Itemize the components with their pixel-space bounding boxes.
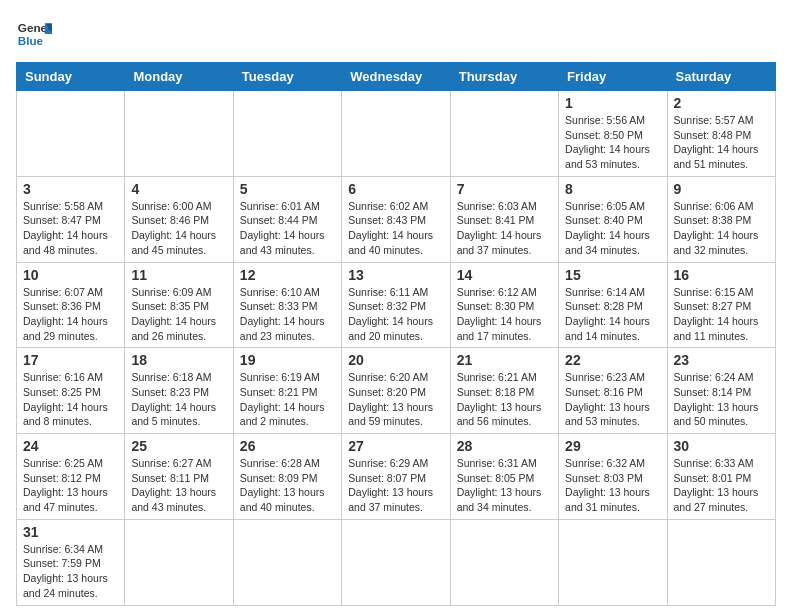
day-info: Sunrise: 6:33 AM Sunset: 8:01 PM Dayligh… [674,456,769,515]
day-cell: 9Sunrise: 6:06 AM Sunset: 8:38 PM Daylig… [667,176,775,262]
day-number: 14 [457,267,552,283]
day-cell [17,91,125,177]
day-number: 13 [348,267,443,283]
day-cell [233,519,341,605]
day-info: Sunrise: 6:12 AM Sunset: 8:30 PM Dayligh… [457,285,552,344]
day-number: 16 [674,267,769,283]
svg-text:Blue: Blue [18,34,44,47]
day-cell [667,519,775,605]
day-info: Sunrise: 6:21 AM Sunset: 8:18 PM Dayligh… [457,370,552,429]
weekday-header-tuesday: Tuesday [233,63,341,91]
day-cell: 18Sunrise: 6:18 AM Sunset: 8:23 PM Dayli… [125,348,233,434]
day-cell [559,519,667,605]
day-cell: 31Sunrise: 6:34 AM Sunset: 7:59 PM Dayli… [17,519,125,605]
day-info: Sunrise: 6:16 AM Sunset: 8:25 PM Dayligh… [23,370,118,429]
week-row-3: 10Sunrise: 6:07 AM Sunset: 8:36 PM Dayli… [17,262,776,348]
day-number: 2 [674,95,769,111]
day-cell: 28Sunrise: 6:31 AM Sunset: 8:05 PM Dayli… [450,434,558,520]
day-cell: 29Sunrise: 6:32 AM Sunset: 8:03 PM Dayli… [559,434,667,520]
day-cell: 11Sunrise: 6:09 AM Sunset: 8:35 PM Dayli… [125,262,233,348]
day-cell: 10Sunrise: 6:07 AM Sunset: 8:36 PM Dayli… [17,262,125,348]
weekday-header-wednesday: Wednesday [342,63,450,91]
day-cell: 16Sunrise: 6:15 AM Sunset: 8:27 PM Dayli… [667,262,775,348]
day-info: Sunrise: 6:02 AM Sunset: 8:43 PM Dayligh… [348,199,443,258]
day-cell: 7Sunrise: 6:03 AM Sunset: 8:41 PM Daylig… [450,176,558,262]
day-info: Sunrise: 5:56 AM Sunset: 8:50 PM Dayligh… [565,113,660,172]
day-cell: 24Sunrise: 6:25 AM Sunset: 8:12 PM Dayli… [17,434,125,520]
day-number: 20 [348,352,443,368]
day-info: Sunrise: 6:11 AM Sunset: 8:32 PM Dayligh… [348,285,443,344]
day-info: Sunrise: 6:24 AM Sunset: 8:14 PM Dayligh… [674,370,769,429]
day-number: 1 [565,95,660,111]
day-cell [342,519,450,605]
day-info: Sunrise: 6:09 AM Sunset: 8:35 PM Dayligh… [131,285,226,344]
day-info: Sunrise: 6:20 AM Sunset: 8:20 PM Dayligh… [348,370,443,429]
week-row-5: 24Sunrise: 6:25 AM Sunset: 8:12 PM Dayli… [17,434,776,520]
day-cell: 14Sunrise: 6:12 AM Sunset: 8:30 PM Dayli… [450,262,558,348]
day-cell: 21Sunrise: 6:21 AM Sunset: 8:18 PM Dayli… [450,348,558,434]
day-cell: 12Sunrise: 6:10 AM Sunset: 8:33 PM Dayli… [233,262,341,348]
day-number: 25 [131,438,226,454]
page: General Blue SundayMondayTuesdayWednesda… [0,0,792,612]
day-number: 23 [674,352,769,368]
day-cell: 26Sunrise: 6:28 AM Sunset: 8:09 PM Dayli… [233,434,341,520]
day-cell: 23Sunrise: 6:24 AM Sunset: 8:14 PM Dayli… [667,348,775,434]
week-row-6: 31Sunrise: 6:34 AM Sunset: 7:59 PM Dayli… [17,519,776,605]
day-number: 9 [674,181,769,197]
day-info: Sunrise: 6:01 AM Sunset: 8:44 PM Dayligh… [240,199,335,258]
day-cell: 30Sunrise: 6:33 AM Sunset: 8:01 PM Dayli… [667,434,775,520]
day-number: 12 [240,267,335,283]
day-cell: 3Sunrise: 5:58 AM Sunset: 8:47 PM Daylig… [17,176,125,262]
day-info: Sunrise: 6:18 AM Sunset: 8:23 PM Dayligh… [131,370,226,429]
day-number: 19 [240,352,335,368]
day-info: Sunrise: 6:00 AM Sunset: 8:46 PM Dayligh… [131,199,226,258]
weekday-header-sunday: Sunday [17,63,125,91]
day-number: 6 [348,181,443,197]
day-info: Sunrise: 6:29 AM Sunset: 8:07 PM Dayligh… [348,456,443,515]
day-info: Sunrise: 5:58 AM Sunset: 8:47 PM Dayligh… [23,199,118,258]
day-info: Sunrise: 6:31 AM Sunset: 8:05 PM Dayligh… [457,456,552,515]
day-cell [450,519,558,605]
logo-icon: General Blue [16,16,52,52]
day-info: Sunrise: 6:27 AM Sunset: 8:11 PM Dayligh… [131,456,226,515]
day-cell [450,91,558,177]
day-number: 3 [23,181,118,197]
day-cell: 6Sunrise: 6:02 AM Sunset: 8:43 PM Daylig… [342,176,450,262]
day-number: 7 [457,181,552,197]
day-cell: 1Sunrise: 5:56 AM Sunset: 8:50 PM Daylig… [559,91,667,177]
day-cell: 15Sunrise: 6:14 AM Sunset: 8:28 PM Dayli… [559,262,667,348]
day-info: Sunrise: 6:34 AM Sunset: 7:59 PM Dayligh… [23,542,118,601]
day-info: Sunrise: 6:14 AM Sunset: 8:28 PM Dayligh… [565,285,660,344]
week-row-1: 1Sunrise: 5:56 AM Sunset: 8:50 PM Daylig… [17,91,776,177]
day-number: 24 [23,438,118,454]
weekday-header-thursday: Thursday [450,63,558,91]
week-row-4: 17Sunrise: 6:16 AM Sunset: 8:25 PM Dayli… [17,348,776,434]
day-number: 5 [240,181,335,197]
day-number: 15 [565,267,660,283]
day-number: 18 [131,352,226,368]
weekday-header-monday: Monday [125,63,233,91]
day-cell: 22Sunrise: 6:23 AM Sunset: 8:16 PM Dayli… [559,348,667,434]
day-cell: 8Sunrise: 6:05 AM Sunset: 8:40 PM Daylig… [559,176,667,262]
day-number: 28 [457,438,552,454]
day-cell: 27Sunrise: 6:29 AM Sunset: 8:07 PM Dayli… [342,434,450,520]
day-info: Sunrise: 6:19 AM Sunset: 8:21 PM Dayligh… [240,370,335,429]
day-number: 4 [131,181,226,197]
day-cell [125,91,233,177]
weekday-header-row: SundayMondayTuesdayWednesdayThursdayFrid… [17,63,776,91]
day-cell: 19Sunrise: 6:19 AM Sunset: 8:21 PM Dayli… [233,348,341,434]
day-number: 29 [565,438,660,454]
day-info: Sunrise: 6:25 AM Sunset: 8:12 PM Dayligh… [23,456,118,515]
day-info: Sunrise: 6:28 AM Sunset: 8:09 PM Dayligh… [240,456,335,515]
week-row-2: 3Sunrise: 5:58 AM Sunset: 8:47 PM Daylig… [17,176,776,262]
day-number: 17 [23,352,118,368]
logo: General Blue [16,16,56,52]
day-number: 22 [565,352,660,368]
day-number: 11 [131,267,226,283]
day-cell: 4Sunrise: 6:00 AM Sunset: 8:46 PM Daylig… [125,176,233,262]
day-number: 30 [674,438,769,454]
day-number: 10 [23,267,118,283]
weekday-header-friday: Friday [559,63,667,91]
day-info: Sunrise: 6:32 AM Sunset: 8:03 PM Dayligh… [565,456,660,515]
day-number: 31 [23,524,118,540]
